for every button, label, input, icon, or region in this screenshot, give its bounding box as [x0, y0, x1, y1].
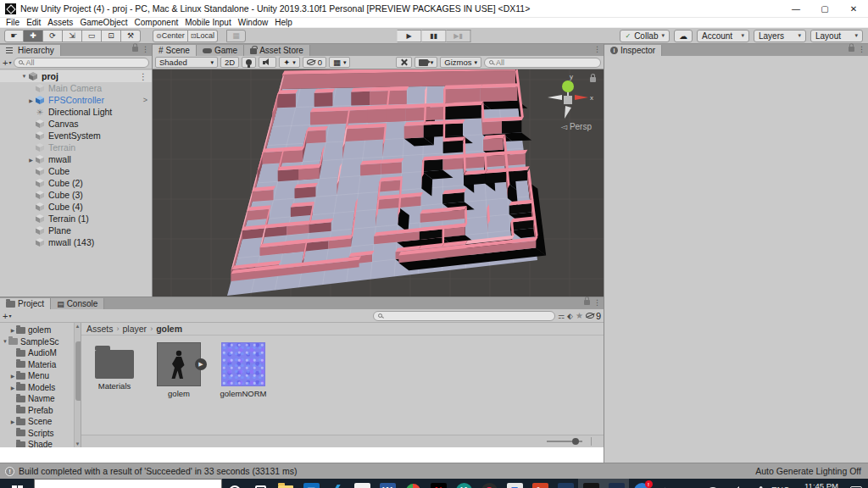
- project-folder-scripts[interactable]: Scripts: [0, 428, 81, 440]
- hierarchy-item-mwall-143-[interactable]: mwall (143): [0, 236, 152, 248]
- wifi-indicator[interactable]: [700, 479, 726, 488]
- add-gameobject-button[interactable]: +▾: [3, 58, 11, 68]
- hierarchy-item-mwall[interactable]: ▶mwall: [0, 153, 152, 165]
- gizmos-dropdown[interactable]: Gizmos▾: [440, 57, 481, 68]
- taskbar-word[interactable]: W: [375, 479, 400, 488]
- scroll-up-icon[interactable]: ▲: [75, 324, 81, 329]
- pivot-center-button[interactable]: ⊙Center: [153, 30, 188, 42]
- menu-mobile-input[interactable]: Mobile Input: [181, 18, 234, 27]
- taskbar-gitkraken[interactable]: K: [451, 479, 476, 488]
- minimize-button[interactable]: —: [782, 0, 810, 17]
- hierarchy-item-terrain[interactable]: Terrain: [0, 141, 152, 153]
- breadcrumb-player[interactable]: player: [123, 324, 147, 334]
- thumbnail-size-slider[interactable]: [547, 441, 582, 442]
- transform-tool[interactable]: ⊡: [102, 30, 121, 42]
- project-search-input[interactable]: [373, 311, 555, 321]
- layout-dropdown[interactable]: Layout▾: [810, 30, 863, 42]
- scale-tool[interactable]: ⇲: [63, 30, 82, 42]
- orientation-gizmo[interactable]: yx: [536, 73, 597, 124]
- project-folder-golem[interactable]: ▶golem: [0, 324, 81, 336]
- windows-ink[interactable]: [751, 479, 765, 488]
- tab-hierarchy[interactable]: Hierarchy: [0, 45, 61, 56]
- layers-dropdown[interactable]: Layers▾: [754, 30, 806, 42]
- hierarchy-item-terrain-1-[interactable]: Terrain (1): [0, 213, 152, 225]
- asset-golem[interactable]: ▶golem: [153, 342, 205, 398]
- hierarchy-item-main-camera[interactable]: Main Camera: [0, 82, 152, 94]
- project-folder-shade[interactable]: Shade: [0, 439, 81, 447]
- move-tool[interactable]: ✚: [24, 30, 43, 42]
- scrollbar-thumb[interactable]: [75, 341, 81, 401]
- close-button[interactable]: ✕: [839, 0, 868, 17]
- tree-scrollbar[interactable]: ▲▼: [74, 323, 81, 447]
- scene-camera-dropdown[interactable]: ▾: [415, 57, 438, 68]
- collapse-arrow-icon[interactable]: ▼: [20, 74, 28, 79]
- taskbar-opera[interactable]: O: [476, 479, 502, 488]
- kebab-menu-icon[interactable]: ⋮: [142, 45, 149, 53]
- collab-dropdown[interactable]: ✓Collab▾: [620, 30, 670, 42]
- scene-effects-dropdown[interactable]: ✦▾: [279, 57, 299, 68]
- taskbar-typora[interactable]: T: [502, 479, 527, 488]
- menu-window[interactable]: Window: [235, 18, 272, 27]
- start-button[interactable]: [0, 479, 34, 488]
- scene-tools-button[interactable]: [396, 57, 412, 68]
- language-indicator[interactable]: ENG: [765, 479, 796, 488]
- search-by-type-icon[interactable]: ⚎: [558, 312, 565, 320]
- status-bar[interactable]: ! Build completed with a result of 'Succ…: [0, 463, 868, 479]
- collapse-arrow-icon[interactable]: ▼: [2, 339, 8, 344]
- expand-arrow-icon[interactable]: ▶: [9, 385, 16, 391]
- taskbar-photos[interactable]: ▲: [553, 479, 578, 488]
- grid-settings-dropdown[interactable]: ▦▾: [329, 57, 351, 68]
- 2d-toggle-button[interactable]: 2D: [220, 57, 239, 68]
- lighting-status[interactable]: Auto Generate Lighting Off: [755, 466, 861, 476]
- taskbar-cortana[interactable]: [222, 479, 248, 488]
- project-folder-scene[interactable]: ▶Scene: [0, 416, 81, 428]
- subasset-expander-icon[interactable]: ▶: [195, 358, 207, 370]
- hierarchy-item-cube-3-[interactable]: Cube (3): [0, 189, 152, 201]
- project-folder-models[interactable]: ▶Models: [0, 382, 81, 394]
- hierarchy-item-cube[interactable]: Cube: [0, 165, 152, 177]
- asset-materials[interactable]: Materials: [88, 342, 141, 391]
- taskbar-microsoft-store[interactable]: ⊞: [298, 479, 324, 488]
- taskbar-search-input[interactable]: Type here to search: [34, 479, 222, 488]
- grid-snap-button[interactable]: ▦: [226, 30, 246, 42]
- volume-indicator[interactable]: ✕: [726, 479, 751, 488]
- scroll-down-icon[interactable]: ▼: [75, 441, 81, 446]
- perspective-toggle[interactable]: ◅ Persp: [560, 122, 592, 131]
- clock[interactable]: 11:45 PM4-29-2020: [796, 479, 844, 488]
- taskbar-task-view[interactable]: [248, 479, 273, 488]
- hierarchy-item-cube-4-[interactable]: Cube (4): [0, 201, 152, 213]
- create-asset-button[interactable]: +▾: [3, 311, 11, 321]
- hierarchy-item-fpscontroller[interactable]: ▶FPSController>: [0, 94, 152, 106]
- lock-icon[interactable]: [132, 47, 138, 52]
- expand-arrow-icon[interactable]: ▶: [9, 373, 16, 379]
- kebab-menu-icon[interactable]: ⋮: [593, 45, 601, 53]
- pivot-local-button[interactable]: ⊡Local: [188, 30, 218, 42]
- chevron-right-icon[interactable]: >: [143, 96, 147, 104]
- menu-component[interactable]: Component: [131, 18, 182, 27]
- kebab-menu-icon[interactable]: ⋮: [593, 298, 601, 307]
- taskbar-amazon[interactable]: a: [349, 479, 375, 488]
- scene-viewport[interactable]: yx ◅ Persp: [153, 69, 604, 297]
- kebab-menu-icon[interactable]: ⋮: [139, 72, 147, 81]
- taskbar-netflix[interactable]: N: [426, 479, 451, 488]
- taskbar-file-explorer[interactable]: [273, 479, 298, 488]
- action-center-button[interactable]: 2: [844, 479, 868, 488]
- rotate-tool[interactable]: ⟳: [43, 30, 63, 42]
- project-folder-navme[interactable]: Navme: [0, 393, 81, 405]
- tab-project[interactable]: Project: [0, 298, 51, 309]
- menu-assets[interactable]: Assets: [44, 18, 76, 27]
- maximize-button[interactable]: ▢: [810, 0, 839, 17]
- expand-arrow-icon[interactable]: ▶: [9, 419, 16, 424]
- hierarchy-item-canvas[interactable]: Canvas: [0, 118, 152, 130]
- breadcrumb-golem[interactable]: golem: [156, 324, 182, 334]
- scene-lighting-button[interactable]: [242, 57, 256, 68]
- project-folder-prefab[interactable]: Prefab: [0, 405, 81, 417]
- hierarchy-item-directional-light[interactable]: ☀Directional Light: [0, 106, 152, 118]
- project-visibility-button[interactable]: 9: [586, 311, 601, 321]
- taskbar-unity[interactable]: ◈: [578, 479, 604, 488]
- lock-icon[interactable]: [849, 47, 854, 52]
- scene-search-input[interactable]: All: [484, 58, 601, 68]
- search-by-label-icon[interactable]: ⬖: [567, 312, 573, 320]
- scene-audio-button[interactable]: [259, 57, 276, 68]
- battery-indicator[interactable]: [676, 479, 700, 488]
